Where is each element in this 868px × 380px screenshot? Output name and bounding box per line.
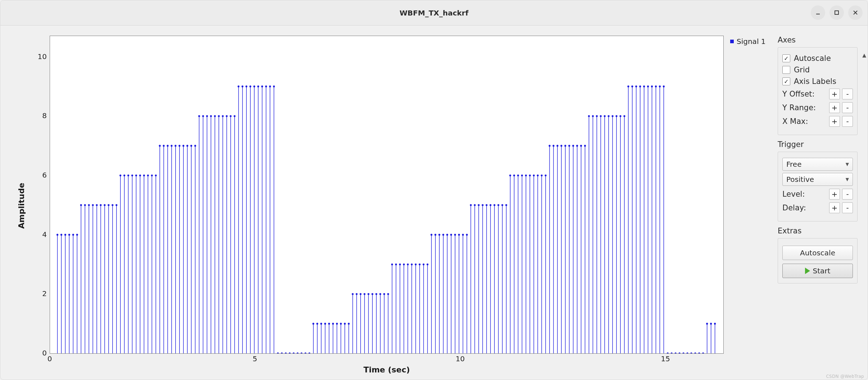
svg-point-25 bbox=[96, 204, 98, 206]
svg-point-53 bbox=[151, 174, 153, 176]
svg-point-155 bbox=[352, 293, 353, 295]
svg-point-311 bbox=[659, 85, 661, 87]
x-tick-container: 051015 bbox=[50, 354, 724, 363]
svg-point-231 bbox=[501, 204, 503, 206]
svg-point-75 bbox=[194, 145, 196, 147]
start-label: Start bbox=[813, 267, 831, 275]
svg-point-121 bbox=[285, 352, 287, 353]
level-minus-button[interactable]: - bbox=[842, 189, 853, 200]
svg-point-95 bbox=[234, 115, 235, 117]
svg-point-141 bbox=[324, 323, 326, 325]
extras-heading: Extras bbox=[778, 227, 858, 235]
svg-point-227 bbox=[493, 204, 495, 206]
svg-point-33 bbox=[112, 204, 113, 206]
svg-point-57 bbox=[159, 145, 161, 147]
y-tick-label: 10 bbox=[38, 52, 47, 61]
svg-point-73 bbox=[190, 145, 192, 147]
close-button[interactable] bbox=[848, 5, 863, 20]
svg-point-283 bbox=[604, 115, 606, 117]
level-plus-button[interactable]: + bbox=[829, 189, 840, 200]
y-offset-label: Y Offset: bbox=[782, 90, 815, 98]
chevron-down-icon: ▼ bbox=[846, 162, 849, 167]
svg-point-9 bbox=[64, 234, 66, 236]
trigger-heading: Trigger bbox=[778, 140, 858, 149]
start-button[interactable]: Start bbox=[782, 264, 853, 278]
svg-point-285 bbox=[608, 115, 610, 117]
y-tick-label: 6 bbox=[42, 171, 47, 179]
svg-point-209 bbox=[458, 234, 460, 236]
autoscale-checkbox[interactable]: ✓ bbox=[782, 54, 790, 62]
svg-point-47 bbox=[139, 174, 141, 176]
svg-point-15 bbox=[76, 234, 78, 236]
svg-point-43 bbox=[131, 174, 133, 176]
y-range-plus-button[interactable]: + bbox=[829, 102, 840, 113]
svg-point-301 bbox=[639, 85, 641, 87]
minimize-button[interactable] bbox=[811, 5, 825, 20]
plot-column: Amplitude 0246810 051015 Time (sec) bbox=[15, 36, 724, 376]
svg-point-5 bbox=[56, 234, 58, 236]
svg-point-201 bbox=[442, 234, 444, 236]
extras-autoscale-button[interactable]: Autoscale bbox=[782, 246, 853, 260]
svg-point-83 bbox=[210, 115, 212, 117]
x-max-minus-button[interactable]: - bbox=[842, 116, 853, 127]
svg-point-199 bbox=[438, 234, 440, 236]
svg-point-169 bbox=[379, 293, 381, 295]
svg-point-271 bbox=[580, 145, 582, 147]
svg-point-327 bbox=[690, 352, 692, 353]
delay-minus-button[interactable]: - bbox=[842, 202, 853, 213]
svg-point-259 bbox=[556, 145, 558, 147]
svg-point-145 bbox=[332, 323, 334, 325]
svg-point-275 bbox=[588, 115, 590, 117]
y-range-minus-button[interactable]: - bbox=[842, 102, 853, 113]
plot-canvas[interactable] bbox=[50, 36, 724, 354]
svg-point-7 bbox=[60, 234, 62, 236]
scroll-up-icon[interactable]: ▲ bbox=[862, 52, 866, 58]
trigger-mode-select[interactable]: Free ▼ bbox=[782, 158, 853, 171]
trigger-slope-select[interactable]: Positive ▼ bbox=[782, 173, 853, 186]
grid-checkbox[interactable] bbox=[782, 66, 790, 74]
svg-point-69 bbox=[182, 145, 184, 147]
svg-point-87 bbox=[218, 115, 220, 117]
svg-point-107 bbox=[257, 85, 259, 87]
svg-point-309 bbox=[655, 85, 657, 87]
svg-point-263 bbox=[564, 145, 566, 147]
svg-point-79 bbox=[202, 115, 204, 117]
maximize-button[interactable] bbox=[829, 5, 844, 20]
svg-point-139 bbox=[320, 323, 322, 325]
svg-point-203 bbox=[446, 234, 448, 236]
delay-plus-button[interactable]: + bbox=[829, 202, 840, 213]
svg-point-161 bbox=[363, 293, 365, 295]
svg-point-101 bbox=[245, 85, 247, 87]
axis-labels-checkbox[interactable]: ✓ bbox=[782, 77, 790, 85]
y-tick-label: 2 bbox=[42, 289, 47, 298]
x-tick-label: 5 bbox=[253, 354, 257, 363]
y-offset-plus-button[interactable]: + bbox=[829, 89, 840, 99]
svg-point-189 bbox=[419, 263, 420, 265]
svg-point-195 bbox=[430, 234, 432, 236]
svg-point-29 bbox=[104, 204, 105, 206]
svg-point-317 bbox=[671, 352, 673, 353]
svg-point-191 bbox=[422, 263, 424, 265]
svg-point-177 bbox=[395, 263, 397, 265]
legend-item[interactable]: Signal 1 bbox=[730, 37, 773, 46]
svg-point-165 bbox=[371, 293, 373, 295]
stem-plot-svg bbox=[50, 36, 723, 353]
svg-point-97 bbox=[238, 85, 239, 87]
svg-point-295 bbox=[627, 85, 629, 87]
svg-point-77 bbox=[198, 115, 200, 117]
svg-point-41 bbox=[127, 174, 129, 176]
svg-point-245 bbox=[529, 174, 531, 176]
axis-area: 0246810 051015 Time (sec) bbox=[28, 36, 724, 376]
svg-point-215 bbox=[470, 204, 472, 206]
svg-point-99 bbox=[241, 85, 243, 87]
svg-point-251 bbox=[541, 174, 543, 176]
svg-point-247 bbox=[533, 174, 535, 176]
autoscale-label: Autoscale bbox=[794, 54, 831, 63]
svg-point-31 bbox=[108, 204, 109, 206]
svg-point-293 bbox=[623, 115, 625, 117]
x-max-plus-button[interactable]: + bbox=[829, 116, 840, 127]
svg-point-291 bbox=[619, 115, 621, 117]
y-offset-minus-button[interactable]: - bbox=[842, 89, 853, 99]
x-axis-label: Time (sec) bbox=[363, 365, 410, 374]
svg-point-63 bbox=[171, 145, 172, 147]
